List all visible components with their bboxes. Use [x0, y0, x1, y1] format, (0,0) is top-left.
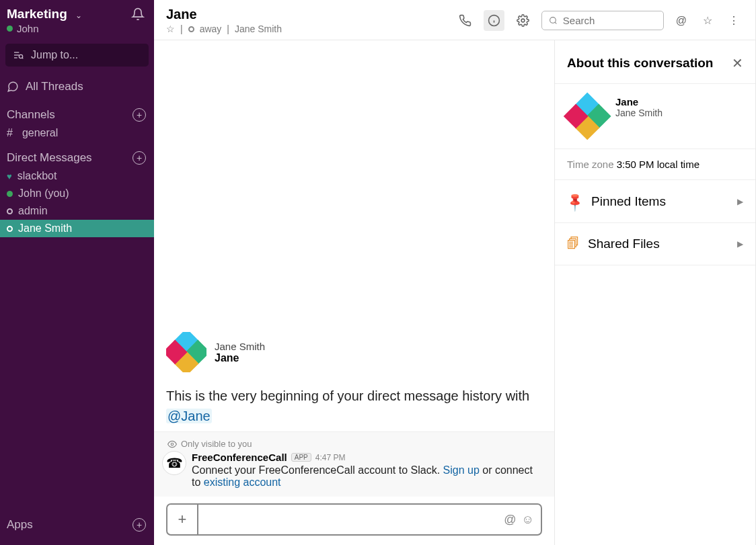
star-icon[interactable]: ☆: [166, 24, 175, 34]
sidebar: Marketing ⌄ John Jump to... All Threads …: [0, 0, 154, 545]
mention-icon[interactable]: @: [504, 513, 516, 527]
message-composer[interactable]: + @ ☺: [166, 503, 542, 536]
file-icon: 🗐: [567, 237, 580, 251]
presence-away-icon: [188, 26, 194, 32]
heart-icon: ♥: [7, 171, 12, 181]
dm-slackbot[interactable]: ♥ slackbot: [0, 167, 154, 185]
details-fullname: Jane Smith: [615, 108, 663, 118]
conversation-title: Jane: [166, 7, 447, 22]
search-icon: [549, 15, 558, 26]
message-time: 4:47 PM: [315, 453, 346, 462]
search-box[interactable]: [541, 11, 664, 30]
app-badge: APP: [291, 453, 311, 462]
sender-name: FreeConferenceCall: [192, 452, 287, 463]
search-input[interactable]: [563, 15, 656, 26]
shared-label: Shared Files: [588, 237, 660, 251]
add-dm-icon[interactable]: +: [133, 151, 146, 165]
workspace-name: Marketing: [7, 7, 67, 21]
conversation-header: Jane ☆ | away | Jane Smith: [166, 7, 447, 34]
add-app-icon[interactable]: +: [133, 518, 146, 532]
info-icon[interactable]: [484, 10, 504, 31]
bell-icon[interactable]: [131, 7, 145, 21]
full-name: Jane Smith: [235, 24, 282, 34]
status-text: away: [200, 24, 222, 34]
dm-name: slackbot: [17, 170, 57, 182]
threads-icon: [7, 81, 19, 93]
presence-away-icon: [7, 208, 13, 214]
message-input[interactable]: [198, 505, 497, 534]
jump-icon: [12, 50, 24, 60]
details-profile[interactable]: Jane Jane Smith: [555, 84, 755, 149]
channel-name: general: [22, 127, 58, 139]
close-icon[interactable]: ✕: [732, 55, 743, 71]
jump-to[interactable]: Jump to...: [5, 44, 149, 67]
topbar: Jane ☆ | away | Jane Smith @ ☆ ⋮: [154, 0, 755, 40]
system-message: Only visible to you ☎ FreeConferenceCall…: [154, 431, 554, 497]
current-user[interactable]: John: [0, 23, 154, 41]
chevron-down-icon: ⌄: [75, 11, 82, 20]
intro-full-name: Jane Smith: [215, 341, 265, 352]
details-name: Jane: [615, 96, 663, 108]
chevron-right-icon: ▶: [737, 239, 743, 249]
dm-intro: Jane Smith Jane This is the very beginni…: [154, 332, 554, 431]
chevron-right-icon: ▶: [737, 197, 743, 206]
dm-name: John (you): [18, 187, 69, 200]
eye-icon: [167, 439, 177, 449]
svg-point-8: [521, 19, 525, 22]
dm-jane[interactable]: Jane Smith: [0, 220, 154, 237]
svg-line-10: [555, 22, 556, 24]
svg-point-3: [19, 54, 22, 58]
apps-header[interactable]: Apps +: [0, 509, 154, 545]
dm-name: admin: [18, 205, 48, 217]
message-body: Connect your FreeConferenceCall account …: [192, 464, 542, 489]
pinned-label: Pinned Items: [591, 194, 666, 209]
channels-header[interactable]: Channels +: [0, 99, 154, 124]
intro-display-name: Jane: [215, 352, 265, 364]
app-avatar: ☎: [162, 451, 186, 475]
channel-general[interactable]: general: [0, 124, 154, 142]
gear-icon[interactable]: [513, 10, 533, 31]
only-visible-label: Only visible to you: [167, 439, 542, 449]
threads-label: All Threads: [26, 80, 83, 93]
svg-point-11: [171, 443, 174, 446]
star-list-icon[interactable]: ☆: [699, 10, 716, 31]
pin-icon: 📌: [564, 190, 586, 212]
mentions-icon[interactable]: @: [672, 11, 691, 31]
emoji-icon[interactable]: ☺: [522, 513, 534, 527]
avatar: [166, 332, 206, 372]
tz-label: Time zone: [567, 159, 613, 170]
jump-label: Jump to...: [31, 49, 78, 61]
current-user-name: John: [17, 23, 39, 34]
dm-john[interactable]: John (you): [0, 185, 154, 202]
workspace-header[interactable]: Marketing ⌄: [0, 5, 154, 23]
intro-text: This is the very beginning of your direc…: [166, 386, 542, 426]
presence-active-icon: [7, 191, 13, 197]
dm-name: Jane Smith: [18, 222, 72, 235]
chat-column: Jane Smith Jane This is the very beginni…: [154, 40, 554, 545]
tz-value: 3:50 PM local time: [617, 159, 700, 170]
timezone-row: Time zone 3:50 PM local time: [555, 149, 755, 180]
signup-link[interactable]: Sign up: [443, 464, 480, 476]
pinned-items[interactable]: 📌 Pinned Items ▶: [555, 180, 755, 223]
mention[interactable]: @Jane: [166, 409, 212, 423]
call-icon[interactable]: [455, 10, 476, 31]
avatar: [567, 96, 607, 136]
attach-button[interactable]: +: [167, 505, 198, 534]
presence-away-icon: [7, 226, 13, 232]
channels-header-label: Channels: [7, 108, 55, 122]
all-threads[interactable]: All Threads: [0, 75, 154, 99]
shared-files[interactable]: 🗐 Shared Files ▶: [555, 223, 755, 265]
svg-line-4: [22, 58, 23, 58]
dm-admin[interactable]: admin: [0, 202, 154, 220]
dms-header-label: Direct Messages: [7, 151, 92, 165]
svg-point-9: [550, 17, 556, 24]
details-title: About this conversation: [567, 56, 713, 71]
dms-header[interactable]: Direct Messages +: [0, 142, 154, 167]
main-column: Jane ☆ | away | Jane Smith @ ☆ ⋮: [154, 0, 756, 545]
presence-active-icon: [7, 26, 13, 32]
more-icon[interactable]: ⋮: [724, 10, 743, 31]
existing-account-link[interactable]: existing account: [204, 476, 281, 488]
apps-header-label: Apps: [7, 518, 33, 532]
details-panel: About this conversation ✕ Jane Jane Smit…: [554, 40, 755, 545]
add-channel-icon[interactable]: +: [133, 108, 146, 122]
